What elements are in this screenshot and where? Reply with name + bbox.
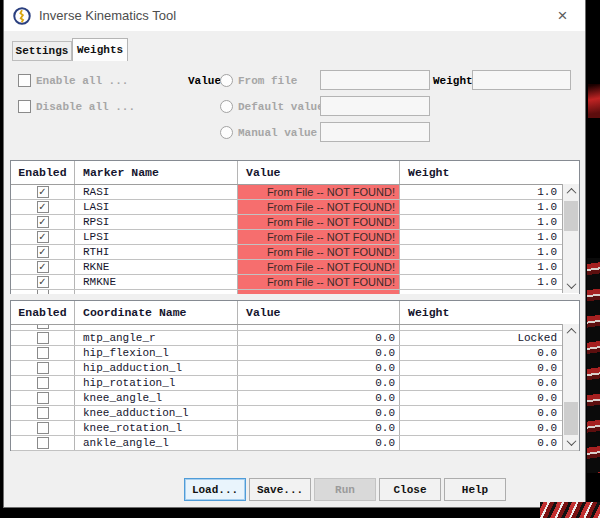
marker-weight-cell[interactable]: 1.0 [400, 215, 562, 229]
coordinate-weight-cell[interactable]: 0.0 [400, 391, 562, 405]
enabled-checkbox[interactable]: ✓ [37, 377, 49, 389]
weight-label: Weight [433, 75, 473, 87]
enabled-checkbox[interactable]: ✓ [37, 407, 49, 419]
coordinate-value-cell[interactable]: 0.0 [238, 331, 400, 345]
enabled-checkbox[interactable]: ✓ [37, 276, 49, 288]
tab-settings[interactable]: Settings [12, 41, 72, 61]
enabled-checkbox[interactable]: ✓ [37, 347, 49, 359]
marker-table-row[interactable]: ✓ RMKNE From File -- NOT FOUND! 1.0 [11, 275, 579, 290]
marker-value-cell[interactable]: From File -- NOT FOUND! [238, 230, 400, 244]
help-button[interactable]: Help [444, 478, 506, 501]
enabled-checkbox [37, 290, 49, 294]
enabled-checkbox[interactable]: ✓ [37, 246, 49, 258]
marker-value-cell[interactable]: From File -- NOT FOUND! [238, 215, 400, 229]
marker-table-row[interactable]: ✓ RTHI From File -- NOT FOUND! 1.0 [11, 245, 579, 260]
coordinate-weight-cell[interactable]: Locked [400, 331, 562, 345]
enabled-checkbox[interactable]: ✓ [37, 392, 49, 404]
coordinate-value-cell[interactable]: 0.0 [238, 406, 400, 420]
enabled-checkbox[interactable]: ✓ [37, 362, 49, 374]
enabled-checkbox[interactable]: ✓ [37, 231, 49, 243]
titlebar[interactable]: Inverse Kinematics Tool × [4, 0, 585, 31]
marker-name-cell: RMKNE [75, 275, 238, 289]
save-button[interactable]: Save... [249, 478, 311, 501]
coordinate-name-cell: knee_rotation_l [75, 421, 238, 435]
enabled-cell: ✓ [11, 391, 75, 405]
coordinate-weight-cell[interactable]: 0.0 [400, 406, 562, 420]
scroll-up-icon[interactable] [563, 324, 579, 339]
column-header-coordinate-name[interactable]: Coordinate Name [75, 301, 238, 324]
scrollbar-thumb[interactable] [564, 201, 578, 231]
enabled-checkbox[interactable]: ✓ [37, 216, 49, 228]
coordinate-table-scrollbar[interactable] [562, 324, 579, 450]
enabled-cell: ✓ [11, 185, 75, 199]
coordinate-table-row[interactable]: ✓ hip_flexion_l 0.0 0.0 [11, 346, 579, 361]
marker-value-cell[interactable]: From File -- NOT FOUND! [238, 200, 400, 214]
marker-table-scrollbar[interactable] [562, 184, 579, 293]
marker-value-cell[interactable]: From File -- NOT FOUND! [238, 245, 400, 259]
load-button[interactable]: Load... [184, 478, 246, 501]
column-header-enabled[interactable]: Enabled [11, 301, 75, 324]
marker-table-row[interactable]: ✓ LPSI From File -- NOT FOUND! 1.0 [11, 230, 579, 245]
coordinate-value-cell[interactable]: 0.0 [238, 361, 400, 375]
marker-weight-cell[interactable]: 1.0 [400, 245, 562, 259]
coordinate-name-cell: mtp_angle_r [75, 331, 238, 345]
coordinate-value-cell[interactable]: 0.0 [238, 346, 400, 360]
coordinate-weight-cell[interactable]: 0.0 [400, 361, 562, 375]
window-title: Inverse Kinematics Tool [39, 8, 176, 23]
coordinate-value-cell[interactable]: 0.0 [238, 436, 400, 450]
column-header-weight[interactable]: Weight [400, 161, 562, 184]
coordinate-value-cell[interactable]: 0.0 [238, 391, 400, 405]
coordinate-table-row[interactable]: ✓ knee_adduction_l 0.0 0.0 [11, 406, 579, 421]
opensim-logo-icon [13, 7, 31, 25]
column-header-weight[interactable]: Weight [400, 301, 562, 324]
scroll-up-icon[interactable] [563, 184, 579, 199]
marker-weight-cell[interactable]: 1.0 [400, 260, 562, 274]
coordinate-weight-cell[interactable]: 0.0 [400, 436, 562, 450]
marker-weight-cell[interactable]: 1.0 [400, 185, 562, 199]
coordinate-weight-cell [400, 325, 562, 330]
marker-weight-cell[interactable]: 1.0 [400, 200, 562, 214]
column-header-enabled[interactable]: Enabled [11, 161, 75, 184]
enabled-checkbox[interactable]: ✓ [37, 261, 49, 273]
marker-table-row[interactable]: ✓ RKNE From File -- NOT FOUND! 1.0 [11, 260, 579, 275]
marker-name-cell: LPSI [75, 230, 238, 244]
marker-name-cell: RTHI [75, 245, 238, 259]
marker-value-cell[interactable]: From File -- NOT FOUND! [238, 275, 400, 289]
close-button[interactable]: Close [379, 478, 441, 501]
coordinate-table-row[interactable]: ✓ knee_rotation_l 0.0 0.0 [11, 421, 579, 436]
enabled-checkbox[interactable]: ✓ [37, 437, 49, 449]
coordinate-weight-cell[interactable]: 0.0 [400, 421, 562, 435]
enabled-checkbox[interactable]: ✓ [37, 332, 49, 344]
scroll-down-icon[interactable] [563, 435, 579, 450]
coordinate-table-row[interactable]: ✓ hip_rotation_l 0.0 0.0 [11, 376, 579, 391]
column-header-value[interactable]: Value [238, 301, 400, 324]
coordinate-weight-cell[interactable]: 0.0 [400, 376, 562, 390]
close-icon[interactable]: × [540, 0, 585, 31]
marker-table-row[interactable]: ✓ RASI From File -- NOT FOUND! 1.0 [11, 185, 579, 200]
enabled-checkbox[interactable]: ✓ [37, 186, 49, 198]
coordinate-table-row[interactable]: ✓ knee_angle_l 0.0 0.0 [11, 391, 579, 406]
column-header-value[interactable]: Value [238, 161, 400, 184]
marker-weight-cell[interactable]: 1.0 [400, 275, 562, 289]
from-file-radio [220, 74, 233, 87]
coordinate-value-cell[interactable]: 0.0 [238, 421, 400, 435]
inverse-kinematics-tool-dialog: Inverse Kinematics Tool × Settings Weigh… [4, 0, 585, 507]
enabled-checkbox[interactable]: ✓ [37, 201, 49, 213]
coordinate-weight-cell[interactable]: 0.0 [400, 346, 562, 360]
coordinate-table-row[interactable]: ✓ hip_adduction_l 0.0 0.0 [11, 361, 579, 376]
marker-weight-cell[interactable]: 1.0 [400, 230, 562, 244]
default-value-input [320, 96, 430, 116]
coordinate-value-cell[interactable]: 0.0 [238, 376, 400, 390]
marker-value-cell[interactable]: From File -- NOT FOUND! [238, 185, 400, 199]
manual-value-radio [220, 126, 233, 139]
coordinate-name-cell: hip_flexion_l [75, 346, 238, 360]
marker-table-row[interactable]: ✓ RPSI From File -- NOT FOUND! 1.0 [11, 215, 579, 230]
marker-value-cell[interactable]: From File -- NOT FOUND! [238, 260, 400, 274]
enabled-checkbox[interactable]: ✓ [37, 422, 49, 434]
marker-table-row[interactable]: ✓ LASI From File -- NOT FOUND! 1.0 [11, 200, 579, 215]
coordinate-table-row[interactable]: ✓ ankle_angle_l 0.0 0.0 [11, 436, 579, 451]
coordinate-table-row[interactable]: ✓ mtp_angle_r 0.0 Locked [11, 331, 579, 346]
column-header-marker-name[interactable]: Marker Name [75, 161, 238, 184]
tab-weights[interactable]: Weights [72, 38, 128, 61]
scroll-down-icon[interactable] [563, 278, 579, 293]
